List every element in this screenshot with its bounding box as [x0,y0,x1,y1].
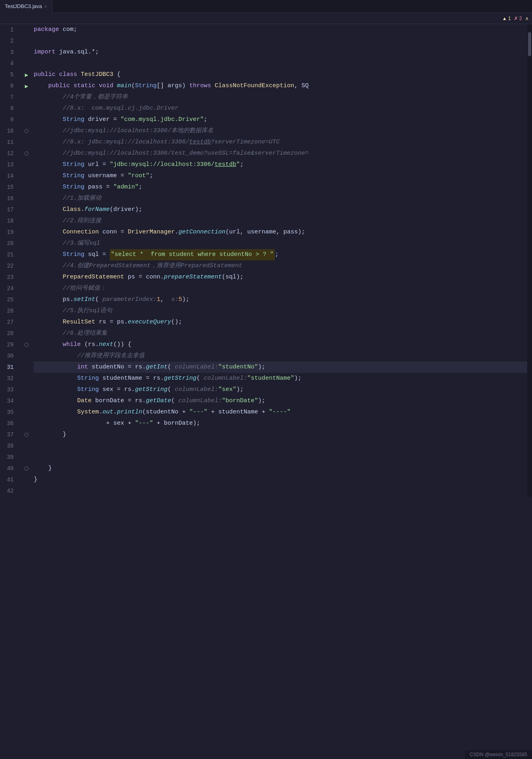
ln-10: 10 [0,125,18,137]
gutter-6[interactable]: ▶ [21,80,32,92]
code-line-11: //8.x: jdbc:mysql://localhost:3306/testd… [34,137,532,148]
code-line-39 [34,452,532,463]
ln-2: 2 [0,35,18,47]
gutter-29[interactable] [21,339,32,350]
ln-35: 35 [0,407,18,418]
ln-14: 14 [0,170,18,182]
breakpoint-12 [25,151,29,155]
ln-7: 7 [0,92,18,103]
code-line-22: //4.创建PreparedStatement，推荐使用PreparedStat… [34,260,532,272]
gutter-8 [21,103,32,114]
chevron-icon[interactable]: ∧ [525,16,529,21]
breakpoint-10 [25,129,29,133]
code-line-21: String sql = "select * from student wher… [34,249,532,260]
gutter-12[interactable] [21,148,32,159]
gutter-35 [21,407,32,418]
code-line-30: //推荐使用字段名去拿值 [34,350,532,362]
code-line-2 [34,35,532,47]
gutter-10[interactable] [21,125,32,137]
scrollbar[interactable] [527,24,532,497]
gutter-5[interactable]: ▶ [21,69,32,80]
code-line-33: String sex = rs.getString( columnLabel:"… [34,384,532,395]
breakpoint-40 [25,466,29,471]
gutter-31 [21,362,32,373]
gutter-40[interactable] [21,463,32,474]
ln-19: 19 [0,227,18,238]
ln-29: 29 [0,339,18,350]
code-line-40: } [34,463,532,474]
ln-40: 40 [0,463,18,474]
ln-27: 27 [0,317,18,328]
editor-container: TestJDBC3.java × ▲ 1 ✗ 2 ∧ 1 2 3 4 5 6 7 [0,0,532,497]
ln-1: 1 [0,24,18,35]
code-line-1: package com; [34,24,532,35]
gutter-27 [21,317,32,328]
ln-18: 18 [0,215,18,227]
code-line-18: //2.得到连接 [34,215,532,227]
gutter-19 [21,227,32,238]
code-line-5: public class TestJDBC3 { [34,69,532,80]
warning-icon: ▲ [502,16,507,21]
gutter-28 [21,328,32,339]
line-numbers: 1 2 3 4 5 6 7 8 9 10 11 12 13 14 15 16 1… [0,24,21,497]
ln-36: 36 [0,418,18,429]
ln-5: 5 [0,69,18,80]
code-line-6: public static void main(String[] args) t… [34,80,532,92]
code-area: 1 2 3 4 5 6 7 8 9 10 11 12 13 14 15 16 1… [0,24,532,497]
gutter-15 [21,182,32,193]
tab-item[interactable]: TestJDBC3.java × [0,0,52,13]
code-line-26: //5.执行sql语句 [34,305,532,317]
gutter-26 [21,305,32,317]
ln-25: 25 [0,294,18,305]
code-line-36: + sex + "---" + bornDate); [34,418,532,429]
code-line-38 [34,440,532,452]
tab-bar: TestJDBC3.java × [0,0,532,13]
code-line-17: Class.forName(driver); [34,204,532,215]
gutter-14 [21,170,32,182]
code-line-41: } [34,474,532,485]
ln-34: 34 [0,395,18,407]
gutter: ▶ ▶ [21,24,32,497]
ln-30: 30 [0,350,18,362]
ln-13: 13 [0,159,18,170]
gutter-20 [21,238,32,249]
gutter-38 [21,440,32,452]
tab-close-button[interactable]: × [44,4,47,9]
ln-4: 4 [0,58,18,69]
gutter-18 [21,215,32,227]
ln-39: 39 [0,452,18,463]
ln-42: 42 [0,485,18,497]
run-icon-6: ▶ [25,83,28,90]
ln-33: 33 [0,384,18,395]
code-line-19: Connection conn = DriverManager.getConne… [34,227,532,238]
ln-28: 28 [0,328,18,339]
code-line-8: //8.x: com.mysql.cj.jdbc.Driver [34,103,532,114]
code-line-25: ps.setInt( parameterIndex:1, x:5); [34,294,532,305]
error-badge[interactable]: ✗ 2 [514,16,522,21]
ln-8: 8 [0,103,18,114]
gutter-30 [21,350,32,362]
code-line-9: String driver = "com.mysql.jdbc.Driver"; [34,114,532,125]
code-line-24: //给问号赋值： [34,283,532,294]
code-content[interactable]: package com; import java.sql.*; public c… [32,24,532,497]
ln-9: 9 [0,114,18,125]
gutter-1 [21,24,32,35]
scrollbar-thumb[interactable] [528,32,531,56]
code-line-32: String studentName = rs.getString( colum… [34,373,532,384]
code-line-28: //6.处理结果集 [34,328,532,339]
warning-badge[interactable]: ▲ 1 [502,16,511,21]
ln-20: 20 [0,238,18,249]
gutter-33 [21,384,32,395]
gutter-41 [21,474,32,485]
code-line-7: //4个常量，都是字符串 [34,92,532,103]
ln-6: 6 [0,80,18,92]
ln-26: 26 [0,305,18,317]
gutter-34 [21,395,32,407]
code-line-16: //1.加载驱动 [34,193,532,204]
gutter-2 [21,35,32,47]
code-line-10: //jdbc:mysql://localhost:3306/本地的数据库名 [34,125,532,137]
gutter-37[interactable] [21,429,32,440]
code-line-29: while (rs.next()) { [34,339,532,350]
run-icon-5: ▶ [25,72,28,78]
code-line-4 [34,58,532,69]
